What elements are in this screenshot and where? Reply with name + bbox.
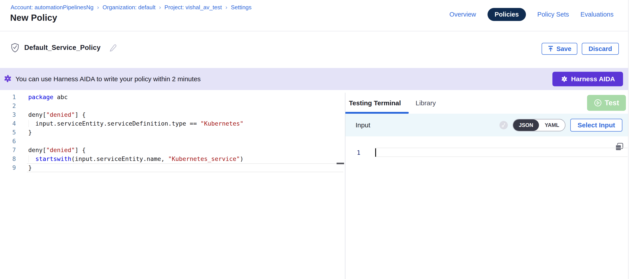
line-number: 1 — [355, 149, 362, 156]
breadcrumb-project[interactable]: Project: vishal_av_test — [164, 4, 222, 11]
code-gutter: 123456789 — [0, 93, 17, 172]
overview-ruler-cursor-marker — [336, 163, 344, 164]
upload-icon — [548, 46, 554, 52]
code-line[interactable]: deny["denied"] { — [20, 110, 344, 119]
chevron-right-icon: › — [97, 4, 99, 11]
line-number: 8 — [0, 154, 17, 163]
breadcrumb-organization[interactable]: Organization: default — [102, 4, 155, 11]
breadcrumb-account[interactable]: Account: automationPipelinesNg — [10, 4, 94, 11]
nav-evaluations[interactable]: Evaluations — [580, 11, 614, 18]
branch-icon[interactable] — [500, 121, 508, 129]
code-line[interactable]: deny["denied"] { — [20, 146, 344, 154]
code-token: input.serviceEntity.serviceDefinition.ty… — [28, 120, 200, 127]
save-button[interactable]: Save — [542, 43, 577, 55]
line-number: 5 — [0, 128, 17, 137]
line-number: 2 — [0, 102, 17, 110]
page-title: New Policy — [10, 13, 57, 23]
policy-code-editor[interactable]: 123456789 package abcdeny["denied"] { in… — [0, 93, 345, 279]
code-line[interactable]: startswith(input.serviceEntity.name, "Ku… — [20, 154, 344, 163]
nav-policies[interactable]: Policies — [488, 8, 526, 21]
line-number: 4 — [0, 119, 17, 128]
input-header-row: Input JSON YAML Select Input — [346, 114, 628, 136]
code-token: deny[ — [28, 146, 46, 154]
code-token: "Kubernetes_service" — [168, 156, 240, 162]
select-input-button[interactable]: Select Input — [570, 119, 622, 132]
text-cursor — [375, 148, 376, 157]
code-token: deny[ — [28, 111, 46, 118]
code-line[interactable]: package abc — [20, 93, 344, 102]
code-token: ] { — [75, 146, 86, 154]
code-lines: package abcdeny["denied"] { input.servic… — [20, 93, 344, 172]
nav-policy-sets[interactable]: Policy Sets — [538, 11, 569, 18]
discard-button[interactable]: Discard — [582, 43, 619, 55]
page-header: Account: automationPipelinesNg › Organiz… — [0, 0, 628, 31]
code-token: } — [28, 164, 32, 171]
testing-panel: Testing Terminal Library Test Input — [346, 93, 628, 279]
line-number: 1 — [0, 93, 17, 102]
code-token: } — [28, 129, 32, 136]
code-line[interactable] — [20, 102, 344, 110]
input-label: Input — [356, 122, 370, 129]
active-tab-underline — [346, 112, 409, 114]
format-option-yaml[interactable]: YAML — [539, 120, 565, 131]
tab-testing-terminal[interactable]: Testing Terminal — [349, 99, 401, 107]
line-number: 3 — [0, 110, 17, 119]
code-token: (input.serviceEntity.name, — [71, 156, 168, 162]
breadcrumb-settings[interactable]: Settings — [231, 4, 252, 11]
breadcrumb: Account: automationPipelinesNg › Organiz… — [10, 4, 252, 11]
policy-toolbar: Default_Service_Policy Save Discard — [0, 32, 628, 68]
chevron-right-icon: › — [159, 4, 161, 11]
code-token: ) — [240, 156, 244, 162]
aida-flower-icon — [3, 74, 12, 84]
code-line[interactable]: } — [20, 163, 344, 172]
code-token: abc — [54, 94, 68, 100]
line-number: 6 — [0, 137, 17, 146]
format-toggle[interactable]: JSON YAML — [513, 119, 566, 131]
edit-pencil-icon[interactable] — [108, 44, 117, 52]
test-input-editor[interactable]: 1 — [346, 136, 628, 279]
terminal-tabs: Testing Terminal Library Test — [346, 93, 628, 114]
code-line[interactable] — [20, 137, 344, 146]
policy-nav: Overview Policies Policy Sets Evaluation… — [449, 8, 614, 21]
content-right-edge — [628, 0, 628, 279]
harness-aida-button[interactable]: Harness AIDA — [552, 72, 623, 86]
play-circle-icon — [594, 99, 602, 107]
line-number: 9 — [0, 163, 17, 172]
policy-name: Default_Service_Policy — [24, 44, 101, 52]
code-token: ] { — [75, 111, 86, 118]
code-token: "denied" — [46, 146, 75, 154]
code-line[interactable]: input.serviceEntity.serviceDefinition.ty… — [20, 119, 344, 128]
tab-library[interactable]: Library — [416, 99, 436, 107]
line-number: 7 — [0, 146, 17, 154]
aida-banner: You can use Harness AIDA to write your p… — [0, 68, 628, 90]
current-line-highlight — [375, 148, 628, 157]
code-token: "denied" — [46, 111, 75, 118]
aida-banner-message: You can use Harness AIDA to write your p… — [16, 75, 200, 83]
shield-check-icon — [10, 43, 20, 52]
code-token: "Kubernetes" — [200, 120, 244, 127]
format-option-json[interactable]: JSON — [513, 120, 539, 131]
aida-flower-icon — [560, 75, 568, 83]
code-token — [28, 156, 36, 162]
chevron-right-icon: › — [225, 4, 227, 11]
code-token: package — [28, 94, 54, 100]
policy-editor-page: Account: automationPipelinesNg › Organiz… — [0, 0, 644, 279]
test-button[interactable]: Test — [587, 95, 626, 111]
nav-overview[interactable]: Overview — [449, 11, 476, 18]
code-token: startswith — [36, 156, 72, 162]
code-line[interactable]: } — [20, 128, 344, 137]
